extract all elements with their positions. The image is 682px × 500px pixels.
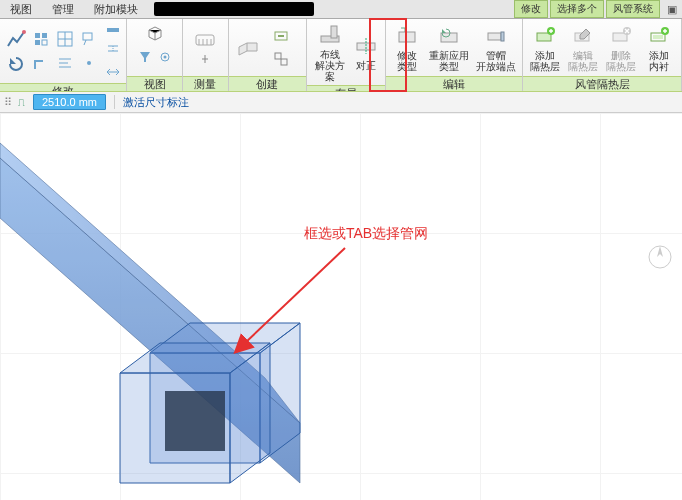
group-icon[interactable] (271, 49, 291, 69)
svg-rect-3 (35, 40, 40, 45)
svg-rect-25 (501, 32, 504, 41)
liner-l2: 内衬 (649, 61, 669, 72)
cube-icon[interactable] (143, 21, 167, 45)
offset-icon[interactable] (104, 42, 122, 60)
add-insulation-button[interactable]: 添加隔热层 (527, 22, 563, 73)
create-duct-icon[interactable] (233, 26, 267, 70)
annotation-text: 框选或TAB选择管网 (304, 225, 428, 243)
panel-toggle-icon[interactable]: ▣ (662, 3, 682, 16)
dot-icon[interactable] (78, 52, 100, 74)
duct-model (0, 113, 682, 500)
tab-modify[interactable]: 修改 (514, 0, 548, 18)
panel-modify-label: 修改 (0, 83, 126, 92)
reset-icon[interactable] (4, 52, 28, 76)
panel-insulation: 添加隔热层 编辑隔热层 删除隔热层 添加内衬 风管隔热层 (523, 19, 682, 91)
datum-icon: ⎍ (18, 96, 25, 108)
gripper-icon[interactable]: ⠿ (4, 96, 10, 109)
cap-l2: 开放端点 (476, 61, 516, 72)
svg-rect-32 (653, 35, 663, 39)
svg-rect-17 (281, 59, 287, 65)
filter-icon[interactable] (136, 48, 154, 66)
svg-marker-42 (165, 391, 225, 451)
tab-view[interactable]: 视图 (0, 0, 42, 19)
cap-open-ends-button[interactable]: 管帽开放端点 (473, 22, 518, 73)
svg-point-0 (22, 30, 26, 34)
del-ins-l1: 删除 (611, 50, 631, 61)
reapply-l1: 重新应用 (429, 50, 469, 61)
edit-type-button[interactable]: 修改类型 (390, 22, 425, 73)
edit-ins-l1: 编辑 (573, 50, 593, 61)
svg-rect-8 (83, 33, 92, 40)
tab-addins[interactable]: 附加模块 (84, 0, 148, 19)
tab-manage[interactable]: 管理 (42, 0, 84, 19)
justify-button[interactable]: 对正 (351, 32, 381, 72)
del-ins-l2: 隔热层 (606, 61, 636, 72)
nav-compass-icon[interactable] (646, 243, 674, 273)
edit-type-l2: 类型 (397, 61, 417, 72)
svg-rect-16 (275, 53, 281, 59)
options-bar: ⠿ ⎍ 2510.0 mm 激活尺寸标注 (0, 92, 682, 113)
panel-edit-label: 编辑 (386, 76, 522, 91)
remove-insulation-button[interactable]: 删除隔热层 (603, 22, 639, 73)
svg-rect-1 (35, 33, 40, 38)
ribbon: 修改 视图 测量 创建 (0, 19, 682, 92)
component-icon[interactable] (271, 26, 291, 46)
panel-layout-label: 布局 (307, 85, 385, 92)
svg-point-9 (87, 61, 91, 65)
separator (114, 95, 115, 109)
svg-rect-23 (441, 33, 457, 42)
add-ins-l1: 添加 (535, 50, 555, 61)
svg-point-12 (163, 56, 166, 59)
panel-modify: 修改 (0, 19, 127, 91)
visibility-icon[interactable] (156, 48, 174, 66)
panel-measure: 测量 (183, 19, 228, 91)
edit-type-l1: 修改 (397, 50, 417, 61)
panel-create: 创建 (229, 19, 307, 91)
svg-rect-24 (488, 33, 501, 40)
routing-label2: 解决方案 (315, 60, 345, 82)
add-ins-l2: 隔热层 (530, 61, 560, 72)
panel-view-label: 视图 (127, 76, 182, 91)
svg-rect-4 (42, 40, 47, 45)
edit-ins-l2: 隔热层 (568, 61, 598, 72)
modify-grid (30, 28, 100, 74)
pipe-icon[interactable] (104, 21, 122, 39)
stretch-icon[interactable] (104, 63, 122, 81)
join-icon[interactable] (54, 52, 76, 74)
panel-create-label: 创建 (229, 76, 306, 91)
context-tabs: 视图 管理 附加模块 修改 选择多个 风管系统 ▣ (0, 0, 682, 19)
add-liner-button[interactable]: 添加内衬 (641, 22, 677, 73)
panel-measure-label: 测量 (183, 76, 227, 91)
corner-icon[interactable] (30, 52, 52, 74)
routing-solution-button[interactable]: 布线解决方案 (311, 21, 349, 83)
redacted-area (154, 2, 314, 16)
svg-rect-15 (278, 35, 284, 37)
routing-label1: 布线 (320, 49, 340, 60)
svg-rect-19 (331, 26, 337, 38)
liner-l1: 添加 (649, 50, 669, 61)
reapply-l2: 类型 (439, 61, 459, 72)
align-icon[interactable] (30, 28, 52, 50)
modify-tool-icon[interactable] (4, 26, 28, 50)
justify-label: 对正 (356, 60, 376, 71)
edit-insulation-button[interactable]: 编辑隔热层 (565, 22, 601, 73)
svg-rect-10 (107, 28, 119, 32)
reapply-type-button[interactable]: 重新应用类型 (427, 22, 472, 73)
tab-select-multiple[interactable]: 选择多个 (550, 0, 604, 18)
offset-value-chip[interactable]: 2510.0 mm (33, 94, 106, 110)
callout-icon[interactable] (78, 28, 100, 50)
measure-icon[interactable] (190, 28, 220, 68)
grid-icon[interactable] (54, 28, 76, 50)
panel-layout: 布线解决方案 对正 布局 (307, 19, 386, 91)
panel-edit: 修改类型 重新应用类型 管帽开放端点 编辑 (386, 19, 523, 91)
cap-l1: 管帽 (486, 50, 506, 61)
activate-dimension-link[interactable]: 激活尺寸标注 (123, 95, 189, 110)
panel-insulation-label: 风管隔热层 (523, 76, 681, 91)
svg-rect-2 (42, 33, 47, 38)
panel-view: 视图 (127, 19, 183, 91)
tab-duct-system[interactable]: 风管系统 (606, 0, 660, 18)
viewport-canvas[interactable]: 框选或TAB选择管网 (0, 113, 682, 500)
svg-rect-22 (399, 32, 415, 42)
